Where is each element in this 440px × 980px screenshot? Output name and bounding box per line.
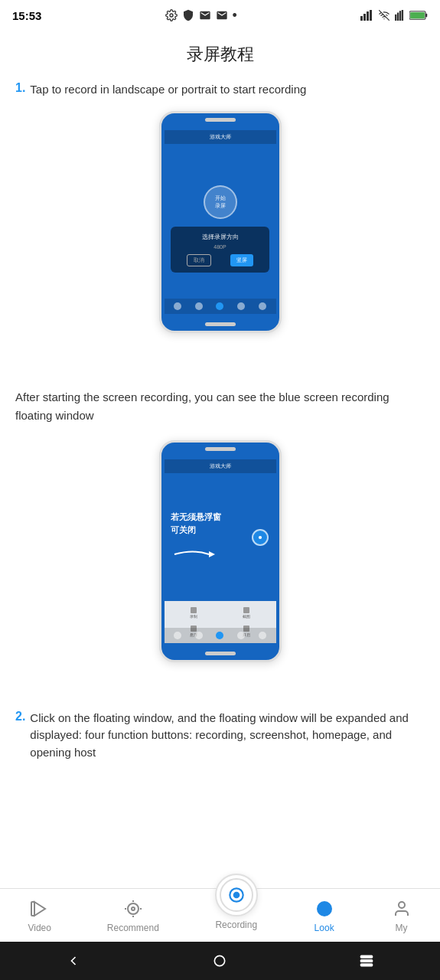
menu-button[interactable] <box>355 949 378 972</box>
svg-rect-5 <box>395 15 396 21</box>
svg-rect-28 <box>361 960 373 962</box>
back-button[interactable] <box>62 949 85 972</box>
svg-rect-29 <box>361 964 373 966</box>
svg-rect-10 <box>425 14 427 18</box>
step-1-header: 1. Tap to record in landscape or portrai… <box>15 81 425 99</box>
section-spacer-2 <box>15 694 425 710</box>
phone-1-title: 游戏大师 <box>210 133 231 141</box>
phone-1-cancel-btn[interactable]: 取消 <box>187 254 211 266</box>
svg-rect-27 <box>361 956 373 958</box>
dot-icon: • <box>233 8 237 24</box>
svg-rect-7 <box>399 11 401 21</box>
svg-rect-2 <box>363 14 366 21</box>
svg-point-25 <box>399 902 405 908</box>
nav-item-recording[interactable]: Recording <box>215 874 258 930</box>
svg-marker-12 <box>209 551 215 557</box>
section-spacer-1 <box>15 365 425 381</box>
phone-2-float-circle <box>252 529 269 546</box>
video-icon <box>29 898 51 920</box>
look-icon <box>314 898 335 920</box>
nav-item-recommend[interactable]: Recommend <box>107 898 159 933</box>
phone-1-nav-5 <box>259 302 266 310</box>
phone-2-panel-2: 截图 <box>220 604 273 622</box>
status-icons: • <box>165 8 237 24</box>
phone-1-nav-1 <box>174 302 181 310</box>
nav-my-label: My <box>396 923 408 933</box>
phone-1-main: 开始录屏 选择录屏方向 480P 取消 竖屏 <box>165 144 276 314</box>
bottom-navigation: Video Recommend Recording <box>0 888 440 942</box>
phone-mockup-1: 游戏大师 开始录屏 选择录屏方向 480P 取消 竖屏 <box>159 111 282 333</box>
phone-2-overlay-text: 若无须悬浮窗可关闭 <box>171 511 221 536</box>
status-bar: 15:53 • <box>0 0 440 31</box>
phone-1-nav-2 <box>195 302 203 310</box>
svg-point-26 <box>215 956 225 965</box>
phone-1-overlay-title: 选择录屏方向 <box>177 233 262 241</box>
phone-2-panel-icon-1 <box>191 607 197 613</box>
svg-point-0 <box>170 14 173 17</box>
nav-video-label: Video <box>28 923 51 933</box>
status-time: 15:53 <box>12 9 41 22</box>
phone-mockup-2: 游戏大师 若无须悬浮窗可关闭 <box>159 440 282 662</box>
home-button[interactable] <box>208 949 231 972</box>
recording-inner-circle <box>220 878 253 912</box>
svg-rect-15 <box>31 902 34 916</box>
nav-look-label: Look <box>315 923 334 933</box>
phone-2-nav-5 <box>259 632 266 639</box>
my-icon <box>391 898 412 920</box>
settings-icon <box>165 9 178 21</box>
phone-2-nav-3 <box>216 632 223 639</box>
middle-description: After starting the screen recording, you… <box>15 381 425 425</box>
battery-icon <box>409 10 428 21</box>
svg-point-17 <box>128 903 139 914</box>
nav-recommend-label: Recommend <box>107 923 159 933</box>
svg-rect-6 <box>397 13 399 21</box>
svg-point-16 <box>132 907 135 910</box>
phone-2-nav-1 <box>174 632 181 639</box>
nav-item-video[interactable]: Video <box>28 898 51 933</box>
phone-1-quality: 480P <box>177 244 262 250</box>
step-2-number: 2. <box>15 710 25 724</box>
phone-mockup-1-container: 游戏大师 开始录屏 选择录屏方向 480P 取消 竖屏 <box>15 111 425 342</box>
email-icon <box>199 9 211 21</box>
step-2-header: 2. Click on the floating window, and the… <box>15 710 425 762</box>
phone-mockup-2-container: 游戏大师 若无须悬浮窗可关闭 <box>15 440 425 671</box>
svg-point-24 <box>317 901 332 916</box>
phone-2-arrow <box>171 545 217 564</box>
svg-rect-8 <box>402 10 403 21</box>
recommend-icon <box>122 898 144 920</box>
phone-2-panel-icon-2 <box>243 607 249 613</box>
signal-bars-icon <box>394 10 406 21</box>
vpn-icon <box>182 9 194 21</box>
phone-2-nav-2 <box>195 632 203 639</box>
svg-rect-1 <box>360 16 363 21</box>
phone-1-confirm-btn[interactable]: 竖屏 <box>230 254 253 266</box>
phone-1-nav-4 <box>237 302 245 310</box>
system-nav-bar <box>0 942 440 980</box>
phone-1-dialog: 选择录屏方向 480P 取消 竖屏 <box>171 227 269 273</box>
phone-2-bottom-bar <box>165 628 276 643</box>
nav-recording-label: Recording <box>215 920 257 930</box>
wifi-icon <box>377 10 391 21</box>
content-wrapper: 1. Tap to record in landscape or portrai… <box>0 81 440 873</box>
svg-rect-4 <box>370 10 372 21</box>
phone-2-panel-1: 录制 <box>168 604 220 622</box>
signal-icon <box>360 10 374 21</box>
recording-center-icon <box>215 874 258 916</box>
phone-1-nav-3 <box>216 302 223 310</box>
svg-rect-3 <box>367 11 369 21</box>
main-content: 1. Tap to record in landscape or portrai… <box>0 81 440 773</box>
phone-2-top-bar: 游戏大师 <box>165 459 276 473</box>
phone-1-bottom-bar <box>165 299 276 314</box>
page-title: 录屏教程 <box>0 31 440 81</box>
email2-icon <box>216 9 228 21</box>
phone-1-record-btn: 开始录屏 <box>204 185 237 219</box>
nav-item-my[interactable]: My <box>391 898 412 933</box>
svg-point-23 <box>233 892 239 897</box>
step-1-number: 1. <box>15 81 25 95</box>
step-1-text: Tap to record in landscape or portrait t… <box>30 81 306 99</box>
svg-marker-14 <box>34 902 45 916</box>
phone-2-nav-4 <box>237 632 245 639</box>
phone-1-dialog-actions: 取消 竖屏 <box>177 254 262 266</box>
nav-item-look[interactable]: Look <box>314 898 335 933</box>
phone-2-title: 游戏大师 <box>210 462 231 470</box>
